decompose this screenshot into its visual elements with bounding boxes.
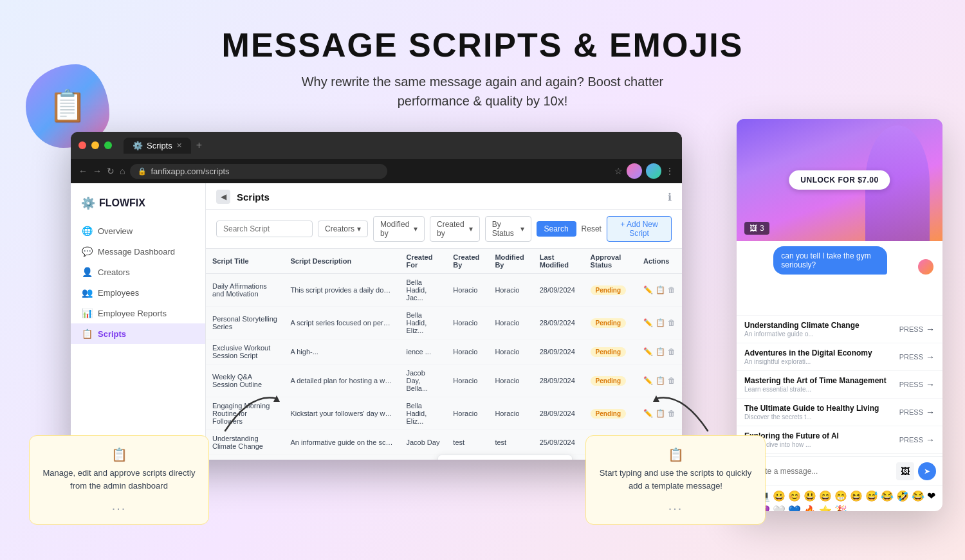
table-row[interactable]: Weekly Q&A Session Outline A detailed pl… [206, 365, 682, 397]
script-list-item[interactable]: Understanding Climate Change An informat… [737, 316, 942, 343]
brand-logo: ⚙️ FLOWFIX [71, 191, 205, 221]
delete-icon[interactable]: 🗑 [668, 318, 676, 327]
emoji-button[interactable]: 💙 [788, 505, 801, 511]
emoji-button[interactable]: 😃 [804, 490, 816, 502]
emoji-button[interactable]: 😆 [850, 490, 863, 502]
press-button[interactable]: PRESS → [899, 352, 935, 362]
script-list-item[interactable]: Mastering the Art of Time Management Lea… [737, 371, 942, 399]
reports-icon: 📊 [81, 308, 93, 318]
script-list-item[interactable]: Exploring the Future of AI A deep dive i… [737, 426, 942, 454]
emoji-button[interactable]: 🤣 [896, 490, 909, 502]
copy-icon[interactable]: 📋 [656, 409, 665, 418]
sidebar-item-employees[interactable]: 👥 Employees [71, 282, 205, 303]
home-button[interactable]: ⌂ [120, 166, 125, 176]
copy-icon[interactable]: 📋 [656, 347, 665, 356]
edit-icon[interactable]: ✏️ [643, 285, 653, 294]
back-button[interactable]: ← [78, 166, 87, 176]
sidebar-item-overview[interactable]: 🌐 Overview [71, 221, 205, 241]
media-button[interactable]: 🖼 [896, 462, 914, 480]
emoji-button[interactable]: 😂 [881, 490, 894, 502]
emoji-button[interactable]: 😂 [912, 490, 924, 502]
creators-filter[interactable]: Creators ▾ [318, 221, 368, 237]
reload-button[interactable]: ↻ [107, 166, 115, 176]
cell-status: Pending [584, 274, 637, 307]
address-bar[interactable]: 🔒 fanfixapp.com/scripts [130, 164, 387, 179]
tab-bar: ⚙️ Scripts ✕ + [124, 138, 202, 154]
emoji-button[interactable]: ⭐ [819, 505, 832, 511]
status-filter[interactable]: By Status ▾ [485, 216, 531, 242]
scripts-tab[interactable]: ⚙️ Scripts ✕ [124, 138, 191, 154]
cell-created-for: Bella Hadid, Eliz... [400, 307, 446, 339]
emoji-button[interactable]: 🎉 [834, 505, 847, 511]
edit-icon[interactable]: ✏️ [643, 409, 653, 418]
cell-description: A script series focused on personal stor… [284, 307, 400, 339]
chat-input[interactable] [754, 467, 892, 476]
sidebar-item-message-dashboard[interactable]: 💬 Message Dashboard [71, 241, 205, 262]
emoji-button[interactable]: 😁 [834, 490, 847, 502]
emoji-button[interactable]: ❤ [927, 490, 935, 502]
emoji-button[interactable]: 🤍 [773, 505, 786, 511]
edit-icon[interactable]: ✏️ [643, 318, 653, 327]
script-info: Mastering the Art of Time Management Lea… [744, 376, 899, 393]
press-button[interactable]: PRESS → [899, 407, 935, 417]
send-button[interactable]: ➤ [918, 462, 936, 480]
copy-icon[interactable]: 📋 [656, 285, 665, 294]
edit-icon[interactable]: ✏️ [643, 376, 653, 385]
press-label: PRESS [899, 381, 923, 388]
copy-icon[interactable]: 📋 [656, 318, 665, 327]
delete-icon[interactable]: 🗑 [668, 347, 676, 356]
sidebar-toggle-button[interactable]: ◀ [216, 190, 230, 204]
info-button[interactable]: ℹ [668, 191, 672, 203]
sidebar-item-scripts[interactable]: 📋 Scripts [71, 323, 205, 344]
press-button[interactable]: PRESS → [899, 379, 935, 390]
unlock-button[interactable]: UNLOCK FOR $7.00 [789, 170, 890, 190]
close-dot[interactable] [78, 141, 86, 149]
emoji-button[interactable]: 😄 [819, 490, 832, 502]
chevron-down-icon: ▾ [357, 224, 361, 233]
modified-by-label: Modified by [380, 220, 411, 238]
star-button[interactable]: ☆ [614, 166, 623, 176]
forward-button[interactable]: → [93, 166, 102, 176]
press-label: PRESS [899, 353, 923, 361]
emoji-button[interactable]: 😅 [865, 490, 878, 502]
press-button[interactable]: PRESS → [899, 324, 935, 334]
modified-by-filter[interactable]: Modified by ▾ [373, 216, 425, 242]
new-tab-button[interactable]: + [196, 140, 202, 151]
script-list-item[interactable]: The Ultimate Guide to Healthy Living Dis… [737, 399, 942, 426]
reset-button[interactable]: Reset [582, 224, 602, 233]
sidebar-item-employee-reports[interactable]: 📊 Employee Reports [71, 303, 205, 323]
col-modified-by: Modified By [488, 249, 533, 274]
press-button[interactable]: PRESS → [899, 435, 935, 445]
page-header: MESSAGE SCRIPTS & EMOJIS Why rewrite the… [0, 0, 965, 123]
emoji-button[interactable]: 😊 [788, 490, 801, 502]
tab-close-button[interactable]: ✕ [176, 141, 182, 150]
script-list-item[interactable]: Adventures in the Digital Economy An ins… [737, 343, 942, 371]
cell-created-for: Jacob Day, Bella... [400, 365, 446, 397]
minimize-dot[interactable] [91, 141, 99, 149]
main-content: ◀ Scripts ℹ Creators ▾ Modified by ▾ Cre… [206, 183, 682, 460]
add-new-script-button[interactable]: + Add New Script [607, 216, 672, 242]
image-count: 3 [760, 224, 764, 233]
copy-icon[interactable]: 📋 [656, 376, 665, 385]
delete-icon[interactable]: 🗑 [668, 376, 676, 385]
edit-icon[interactable]: ✏️ [643, 347, 653, 356]
delete-icon[interactable]: 🗑 [668, 285, 676, 294]
created-by-filter[interactable]: Created by ▾ [430, 216, 480, 242]
brand-name: FLOWFIX [99, 197, 145, 209]
table-row[interactable]: Daily Affirmations and Motivation This s… [206, 274, 682, 307]
search-button[interactable]: Search [537, 221, 576, 237]
emoji-button[interactable]: 🔥 [804, 505, 816, 511]
delete-icon[interactable]: 🗑 [668, 409, 676, 418]
more-button[interactable]: ⋮ [665, 166, 674, 176]
script-name: Adventures in the Digital Economy [744, 348, 899, 357]
table-row[interactable]: Engaging Morning Routine for Followers K… [206, 397, 682, 430]
right-tooltip-text: Start typing and use the scripts to quic… [600, 468, 751, 491]
sidebar-item-creators[interactable]: 👤 Creators [71, 262, 205, 282]
browser-window: ⚙️ Scripts ✕ + ← → ↻ ⌂ 🔒 fanfixapp.com/s… [71, 132, 682, 460]
emoji-button[interactable]: 😀 [773, 490, 786, 502]
table-row[interactable]: Exclusive Workout Session Script A high-… [206, 339, 682, 365]
maximize-dot[interactable] [104, 141, 112, 149]
search-input[interactable] [216, 221, 313, 237]
table-row[interactable]: Personal Storytelling Series A script se… [206, 307, 682, 339]
scripts-icon: 📋 [81, 329, 93, 339]
